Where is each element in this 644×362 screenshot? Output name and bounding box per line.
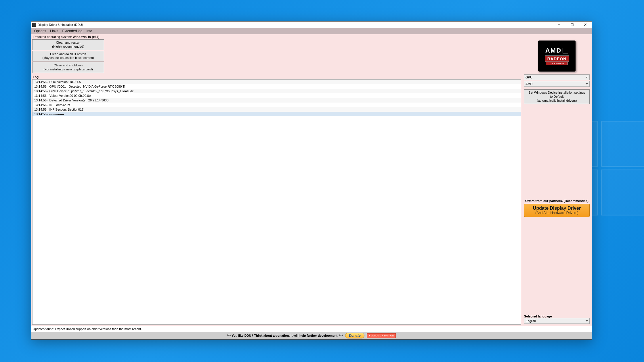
clean-and-restart-button[interactable]: Clean and restart (Highly recommended) (32, 39, 104, 50)
body: Detected operating system: Windows 10 (x… (31, 34, 592, 339)
ddu-window: Display Driver Uninstaller (DDU) Options… (31, 21, 592, 340)
os-value: Windows 10 (x64) (73, 35, 99, 38)
maximize-button[interactable] (565, 22, 579, 28)
set-default-line2: to Default (525, 95, 589, 99)
log-entry[interactable]: 13:14:56 - INF Section: Section017 (33, 107, 521, 112)
log-entry[interactable]: 13:14:56 - Detected Driver Version(s): 2… (33, 98, 521, 103)
brand-amd-text: AMD (545, 47, 568, 54)
become-patron-button[interactable]: ● BECOME A PATRON (367, 333, 396, 338)
log-entry[interactable]: 13:14:56 - -------------- (33, 112, 521, 116)
device-type-value: GPU (525, 76, 532, 79)
log-entry[interactable]: 13:14:56 - INF: oem42.inf (33, 103, 521, 107)
menu-info[interactable]: Info (84, 28, 94, 34)
menubar: Options Links Extended log Info (31, 28, 592, 34)
status-bar: Updates found! Expect limited support on… (31, 326, 592, 332)
offers-label: Offers from our partners. (Recommended) (524, 199, 590, 203)
clean-restart-line1: Clean and restart (33, 41, 103, 45)
language-select[interactable]: English (524, 318, 590, 324)
close-icon (584, 23, 587, 26)
right-column: AMD RADEON GRAPHICS GPU AMD Set Windows … (524, 39, 591, 325)
clean-no-restart-button[interactable]: Clean and do NOT restart (May cause issu… (32, 51, 104, 62)
clean-and-shutdown-button[interactable]: Clean and shutdown (For installing a new… (32, 62, 104, 73)
close-button[interactable] (579, 22, 592, 28)
set-device-install-default-button[interactable]: Set Windows Device Installation settings… (524, 89, 590, 104)
clean-shutdown-line1: Clean and shutdown (33, 63, 103, 68)
clean-shutdown-line2: (For installing a new graphics card) (33, 68, 103, 72)
update-display-driver-button[interactable]: Update Display Driver (And ALL Hardware … (524, 204, 590, 217)
vendor-logo: AMD RADEON GRAPHICS (538, 41, 576, 72)
status-text: Updates found! Expect limited support on… (33, 327, 142, 331)
set-default-line3: (automatically install drivers) (525, 99, 589, 103)
language-label: Selected language (524, 315, 590, 318)
log-entry[interactable]: 13:14:56 - DDU Version: 18.0.1.5 (33, 80, 521, 84)
maximize-icon (571, 23, 574, 26)
brand-graphics-text: GRAPHICS (546, 62, 568, 65)
log-entry[interactable]: 13:14:56 - Vbios: Version90 02.0b.00.0e (33, 93, 521, 98)
donate-button[interactable]: Donate (345, 333, 364, 338)
log-entry[interactable]: 13:14:56 - GPU #0001 - Detected: NVIDIA … (33, 84, 521, 89)
device-type-select[interactable]: GPU (524, 74, 590, 80)
app-icon (32, 23, 36, 27)
menu-extended-log[interactable]: Extended log (60, 28, 84, 34)
clean-restart-line2: (Highly recommended) (33, 45, 103, 49)
window-title: Display Driver Uninstaller (DDU) (38, 23, 83, 26)
minimize-icon (557, 23, 560, 26)
left-column: Clean and restart (Highly recommended) C… (32, 39, 521, 325)
menu-options[interactable]: Options (32, 28, 48, 34)
log-list[interactable]: 13:14:56 - DDU Version: 18.0.1.513:14:56… (32, 79, 521, 325)
vendor-value: AMD (525, 82, 532, 86)
set-default-line1: Set Windows Device Installation settings (525, 91, 589, 95)
minimize-button[interactable] (552, 22, 565, 28)
donate-message: *** You like DDU? Think about a donation… (227, 334, 343, 337)
titlebar[interactable]: Display Driver Uninstaller (DDU) (31, 22, 592, 28)
svg-rect-1 (571, 24, 573, 26)
clean-norestart-line2: (May cause issues like black screen) (33, 56, 103, 60)
language-value: English (525, 319, 536, 323)
vendor-select[interactable]: AMD (524, 81, 590, 87)
update-driver-line1: Update Display Driver (525, 206, 588, 211)
menu-links[interactable]: Links (48, 28, 60, 34)
log-label: Log (32, 75, 521, 79)
update-driver-line2: (And ALL Hardware Drivers) (525, 211, 588, 215)
os-prefix: Detected operating system: (33, 35, 73, 38)
donate-bar: *** You like DDU? Think about a donation… (31, 332, 592, 339)
clean-norestart-line1: Clean and do NOT restart (33, 52, 103, 56)
log-entry[interactable]: 13:14:56 - GPU DeviceId: pci\ven_10de&de… (33, 89, 521, 93)
os-detected-label: Detected operating system: Windows 10 (x… (31, 34, 592, 39)
brand-radeon-text: RADEON (545, 55, 569, 62)
